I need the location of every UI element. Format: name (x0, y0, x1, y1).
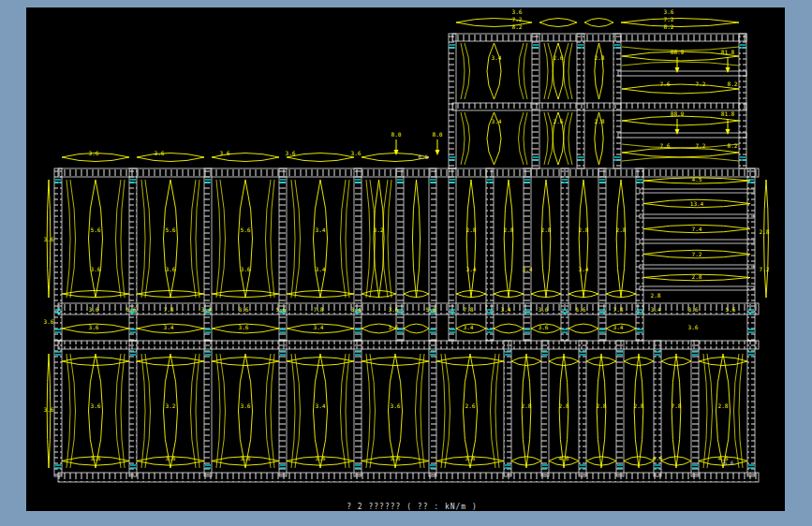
point-load-value: 88.9 (671, 110, 685, 117)
load-value-label: 3.6 (512, 8, 523, 15)
beam-member (58, 168, 759, 177)
load-value-label: 2.6 (554, 54, 564, 61)
load-value-label: 3.6 (286, 150, 296, 156)
load-value-label: 3.6 (89, 306, 99, 313)
load-value-label: 2.8 (692, 273, 702, 280)
load-value-label: 2.8 (616, 226, 627, 233)
load-value-label: 3.6 (688, 324, 699, 330)
load-value-label: 4.6 (653, 455, 663, 461)
load-value-label: 3.4 (316, 266, 326, 272)
column-member (613, 34, 621, 168)
load-value-label: 2.8 (595, 54, 605, 61)
load-value-label: 7.8 (464, 306, 474, 313)
load-value-label: 3.4 (492, 54, 502, 61)
load-value-label: 3.6 (241, 455, 251, 461)
load-value-label: 3.4 (464, 324, 474, 330)
load-value-label: 3.6 (89, 324, 99, 330)
column-member (691, 341, 699, 476)
load-value-label: 7.8 (613, 306, 624, 313)
load-value-label: 3.6 (239, 306, 249, 313)
load-value-label: 3.6 (539, 324, 549, 330)
load-value-label: 3.6 (239, 324, 249, 330)
load-value-label: 5.6 (91, 226, 101, 233)
load-value-label: 3.6 (688, 306, 699, 313)
load-value-label: 7.2 (696, 142, 706, 149)
load-value-label: 8.2 (728, 80, 738, 87)
load-value-label: 3.6 (241, 266, 251, 272)
load-value-label: 3.4 (501, 306, 511, 313)
load-value-label: 2.8 (541, 226, 552, 233)
load-value-label: 2.8 (597, 402, 607, 409)
load-value-label: 3.4 (316, 226, 326, 233)
load-value-label: 3.6 (220, 150, 230, 156)
load-value-label: 3.6 (91, 266, 101, 272)
load-value-label: 7.6 (660, 142, 671, 149)
load-value-label: 7.2 (692, 251, 702, 257)
load-value-label: 3.2 (166, 402, 176, 409)
load-value-label: 3.2 (374, 226, 384, 233)
load-value-label: 3.6 (91, 402, 101, 409)
load-value-label: 3.6 (389, 306, 399, 313)
load-value-label: 2.8 (760, 228, 770, 235)
column-member (449, 34, 456, 168)
load-value-label: 13.4 (690, 200, 704, 207)
load-value-label: 7.6 (660, 80, 671, 87)
load-value-label: 7.2 (512, 16, 523, 22)
column-member (616, 341, 624, 476)
load-value-label: 8.2 (728, 142, 738, 149)
load-value-label: 7.8 (314, 306, 324, 313)
load-value-label: 5.6 (276, 306, 287, 313)
load-value-label: 5.6 (576, 306, 586, 313)
load-value-label: 3.4 (651, 306, 661, 313)
load-value-label: 5.6 (426, 306, 436, 313)
point-load-value: 8.0 (433, 131, 443, 138)
load-value-label: 2.8 (595, 118, 605, 124)
load-value-label: 3.6 (391, 455, 401, 461)
load-value-label: 3.6 (44, 406, 54, 413)
load-value-label: 3.6 (351, 150, 362, 156)
load-value-label: 2.8 (579, 226, 589, 233)
load-value-label: 3.4 (523, 266, 533, 272)
drawing-canvas[interactable] (26, 7, 785, 511)
load-value-label: 7.2 (696, 80, 706, 87)
load-value-label: 6.5 (419, 153, 429, 160)
load-value-label: 3.4 (164, 324, 174, 330)
load-value-label: 3.6 (241, 402, 251, 409)
load-value-label: 3.4 (492, 118, 502, 124)
column-member (541, 341, 549, 476)
point-load-value: 8.0 (391, 131, 402, 138)
drawing-caption: ? 2 ?????? ( ?? : kN/m ) (347, 503, 478, 511)
load-value-label: 5.6 (126, 306, 137, 313)
column-member (279, 341, 287, 476)
column-member (129, 341, 137, 476)
load-value-label: 3.6 (316, 455, 326, 461)
load-value-label: 5.6 (241, 226, 251, 233)
column-member (747, 341, 755, 476)
load-value-label: 3.6 (166, 266, 176, 272)
point-load-value: 81.8 (721, 49, 735, 55)
load-value-label: 3.4 (314, 324, 324, 330)
load-value-label: 3.6 (389, 324, 399, 330)
load-value-label: 6.6 (724, 460, 734, 466)
load-value-label: 3.6 (44, 236, 54, 242)
load-value-label: 2.8 (504, 226, 514, 233)
load-value-label: 3.4 (201, 306, 212, 313)
load-value-label: 3.4 (316, 402, 326, 409)
beam-member (58, 473, 759, 482)
load-value-label: 2.8 (559, 402, 569, 409)
load-value-label: 8.2 (512, 23, 523, 30)
load-value-label: 7.8 (164, 306, 174, 313)
load-value-label: 3.6 (166, 455, 176, 461)
column-member (354, 341, 362, 476)
load-value-label: 7.4 (692, 226, 702, 232)
load-value-label: 7.2 (760, 266, 770, 272)
load-value-label: 3.6 (91, 455, 101, 461)
point-load-value: 88.9 (671, 49, 685, 55)
load-value-label: 2.8 (634, 402, 644, 409)
column-member (204, 341, 212, 476)
load-value-label: 3.6 (465, 455, 476, 461)
load-value-label: 3.6 (664, 8, 674, 15)
load-value-label: 7.2 (664, 16, 674, 22)
beam-member (452, 34, 746, 41)
load-value-label: 5.6 (166, 226, 176, 233)
